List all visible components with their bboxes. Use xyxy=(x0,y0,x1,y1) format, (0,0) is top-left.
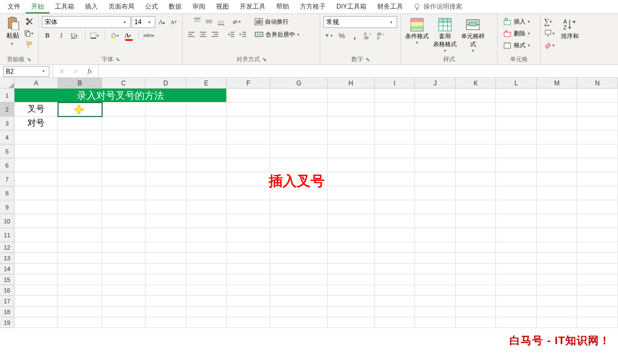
cell-B8[interactable] xyxy=(58,186,102,200)
cell-C9[interactable] xyxy=(102,200,146,214)
cell-E5[interactable] xyxy=(186,144,227,158)
cell-G18[interactable] xyxy=(270,307,327,317)
cell-J10[interactable] xyxy=(415,214,456,228)
cell-K6[interactable] xyxy=(456,158,497,172)
cell-D3[interactable] xyxy=(146,117,186,130)
row-header-15[interactable]: 15 xyxy=(0,274,15,285)
column-header-D[interactable]: D xyxy=(146,78,186,89)
tab-ffgz[interactable]: 方方格子 xyxy=(294,0,331,13)
cell-H17[interactable] xyxy=(328,296,375,307)
cell-E14[interactable] xyxy=(186,264,227,274)
cell-A9[interactable] xyxy=(15,200,58,214)
cell-F15[interactable] xyxy=(227,274,270,285)
font-launcher-icon[interactable]: ⬊ xyxy=(116,56,120,62)
cell-F2[interactable] xyxy=(227,103,270,117)
cell-N6[interactable] xyxy=(577,158,618,172)
cell-I2[interactable] xyxy=(375,103,415,117)
cell-G19[interactable] xyxy=(270,317,327,328)
orientation-button[interactable]: ab▾ xyxy=(232,16,242,27)
cell-A4[interactable] xyxy=(15,130,58,144)
decrease-font-button[interactable]: A▾ xyxy=(168,17,179,27)
cell-J19[interactable] xyxy=(415,317,456,328)
decrease-decimal-button[interactable]: .00.0 xyxy=(375,30,386,41)
cell-styles-button[interactable]: 单元格样式▾ xyxy=(460,16,486,54)
tab-insert[interactable]: 插入 xyxy=(80,0,103,13)
cell-F6[interactable] xyxy=(227,158,270,172)
cell-H10[interactable] xyxy=(328,214,375,228)
decrease-indent-button[interactable] xyxy=(226,29,236,40)
cell-E6[interactable] xyxy=(186,158,227,172)
cell-G3[interactable] xyxy=(270,117,327,130)
cell-E4[interactable] xyxy=(186,130,227,144)
number-launcher-icon[interactable]: ⬊ xyxy=(365,56,370,62)
cell-J7[interactable] xyxy=(415,172,456,186)
cell-J1[interactable] xyxy=(415,89,456,103)
cell-L6[interactable] xyxy=(496,158,537,172)
insert-cells-button[interactable]: 插入▾ xyxy=(501,16,537,27)
cell-B19[interactable] xyxy=(58,317,102,328)
cell-B7[interactable] xyxy=(58,172,102,186)
cell-A11[interactable] xyxy=(15,228,58,242)
cell-A6[interactable] xyxy=(15,158,58,172)
cell-M5[interactable] xyxy=(537,144,578,158)
cell-G16[interactable] xyxy=(270,285,327,296)
font-size-combo[interactable]: 14▾ xyxy=(132,16,155,28)
cell-L2[interactable] xyxy=(496,103,537,117)
cell-G5[interactable] xyxy=(270,144,327,158)
row-header-6[interactable]: 6 xyxy=(0,158,15,172)
cell-B6[interactable] xyxy=(58,158,102,172)
cell-C11[interactable] xyxy=(102,228,146,242)
cell-A3[interactable]: 对号 xyxy=(15,117,58,130)
border-button[interactable]: ▾ xyxy=(90,30,100,41)
align-middle-button[interactable] xyxy=(204,16,214,27)
cell-F3[interactable] xyxy=(227,117,270,130)
cell-D6[interactable] xyxy=(146,158,186,172)
cell-M19[interactable] xyxy=(537,317,578,328)
cell-I10[interactable] xyxy=(375,214,415,228)
cell-J11[interactable] xyxy=(415,228,456,242)
column-header-I[interactable]: I xyxy=(375,78,415,89)
column-header-B[interactable]: B xyxy=(58,78,102,89)
cell-K11[interactable] xyxy=(456,228,497,242)
cell-A8[interactable] xyxy=(15,186,58,200)
cell-F13[interactable] xyxy=(227,253,270,264)
cell-H18[interactable] xyxy=(328,307,375,317)
tab-diy[interactable]: DIY工具箱 xyxy=(331,0,372,13)
cell-L8[interactable] xyxy=(496,186,537,200)
cell-K5[interactable] xyxy=(456,144,497,158)
cell-I17[interactable] xyxy=(375,296,415,307)
cell-F12[interactable] xyxy=(227,242,270,253)
cell-F17[interactable] xyxy=(227,296,270,307)
cell-M18[interactable] xyxy=(537,307,578,317)
row-header-10[interactable]: 10 xyxy=(0,214,15,228)
cell-K13[interactable] xyxy=(456,253,497,264)
cell-L12[interactable] xyxy=(496,242,537,253)
cell-N18[interactable] xyxy=(577,307,618,317)
cell-E17[interactable] xyxy=(186,296,227,307)
cell-H3[interactable] xyxy=(328,117,375,130)
cell-N10[interactable] xyxy=(577,214,618,228)
cell-H15[interactable] xyxy=(328,274,375,285)
cell-J4[interactable] xyxy=(415,130,456,144)
cell-K7[interactable] xyxy=(456,172,497,186)
alignment-launcher-icon[interactable]: ⬊ xyxy=(262,56,267,62)
cell-H4[interactable] xyxy=(328,130,375,144)
row-header-9[interactable]: 9 xyxy=(0,200,15,214)
cell-E11[interactable] xyxy=(186,228,227,242)
cell-C14[interactable] xyxy=(102,264,146,274)
align-top-button[interactable] xyxy=(192,16,203,27)
cell-I1[interactable] xyxy=(375,89,415,103)
cell-N7[interactable] xyxy=(577,172,618,186)
cell-G13[interactable] xyxy=(270,253,327,264)
cell-A16[interactable] xyxy=(15,285,58,296)
cell-N11[interactable] xyxy=(577,228,618,242)
cell-B11[interactable] xyxy=(58,228,102,242)
cell-G11[interactable] xyxy=(270,228,327,242)
cell-C19[interactable] xyxy=(102,317,146,328)
tab-developer[interactable]: 开发工具 xyxy=(234,0,271,13)
cell-C7[interactable] xyxy=(102,172,146,186)
cell-L15[interactable] xyxy=(496,274,537,285)
merge-center-button[interactable]: 合并后居中▾ xyxy=(253,29,304,40)
tab-file[interactable]: 文件 xyxy=(2,0,26,13)
cell-I7[interactable] xyxy=(375,172,415,186)
